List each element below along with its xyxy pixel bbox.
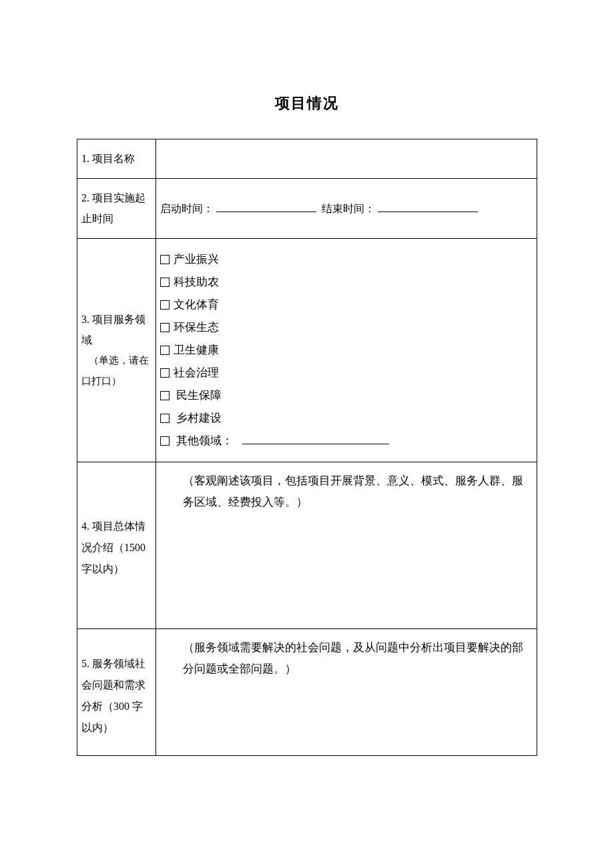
page-title: 项目情况 — [77, 93, 537, 113]
checkbox-icon[interactable] — [160, 414, 170, 423]
checkbox-opt-7[interactable]: 民生保障 — [160, 384, 533, 407]
checkbox-label-9: 其他领域： — [176, 434, 233, 447]
other-blank[interactable] — [242, 433, 389, 444]
checkbox-icon[interactable] — [160, 323, 170, 332]
checkbox-opt-2[interactable]: 科技助农 — [160, 271, 533, 294]
value-overview[interactable]: （客观阐述该项目，包括项目开展背景、意义、模式、服务人群、服务区域、经费投入等。… — [156, 462, 537, 629]
checkbox-icon[interactable] — [160, 300, 170, 310]
row-service-area: 3. 项目服务领域 （单选，请在口打口） 产业振兴 科技助农 文化体育 环保生态… — [77, 239, 537, 462]
value-project-name[interactable] — [156, 139, 537, 179]
label-project-name: 1. 项目名称 — [77, 139, 156, 179]
checkbox-opt-4[interactable]: 环保生态 — [160, 316, 533, 339]
row-overview: 4. 项目总体情况介绍（1500字以内） （客观阐述该项目，包括项目开展背景、意… — [77, 462, 537, 629]
analysis-hint: （服务领域需要解决的社会问题，及从问题中分析出项目要解决的部分问题或全部问题。） — [160, 637, 533, 681]
checkbox-label-3: 文化体育 — [174, 298, 219, 311]
label-overview: 4. 项目总体情况介绍（1500字以内） — [77, 462, 156, 629]
checkbox-label-1: 产业振兴 — [174, 253, 219, 266]
row-duration: 2. 项目实施起止时间 启动时间： 结束时间： — [77, 179, 537, 239]
row-analysis: 5. 服务领域社会问题和需求分析（300 字以内） （服务领域需要解决的社会问题… — [77, 629, 537, 756]
label-analysis: 5. 服务领域社会问题和需求分析（300 字以内） — [77, 629, 156, 756]
checkbox-icon[interactable] — [160, 346, 170, 355]
label-service-area-hint: （单选，请在口打口） — [81, 355, 149, 386]
checkbox-opt-1[interactable]: 产业振兴 — [160, 248, 533, 271]
row-project-name: 1. 项目名称 — [77, 139, 537, 179]
end-time-label: 结束时间： — [322, 203, 375, 214]
checkbox-icon[interactable] — [160, 391, 170, 400]
label-duration: 2. 项目实施起止时间 — [77, 179, 156, 239]
checkbox-opt-9[interactable]: 其他领域： — [160, 430, 533, 452]
value-duration: 启动时间： 结束时间： — [156, 179, 537, 239]
label-service-area: 3. 项目服务领域 （单选，请在口打口） — [77, 239, 156, 462]
checkbox-label-4: 环保生态 — [174, 321, 219, 334]
value-service-area: 产业振兴 科技助农 文化体育 环保生态 卫生健康 社会治理 民生保障 乡村建设 … — [156, 239, 537, 462]
checkbox-label-5: 卫生健康 — [174, 344, 219, 356]
checkbox-label-7: 民生保障 — [176, 389, 222, 402]
checkbox-opt-8[interactable]: 乡村建设 — [160, 407, 533, 430]
checkbox-opt-6[interactable]: 社会治理 — [160, 362, 533, 384]
checkbox-icon[interactable] — [160, 278, 170, 287]
checkbox-label-6: 社会治理 — [174, 366, 219, 379]
checkbox-opt-5[interactable]: 卫生健康 — [160, 339, 533, 362]
checkbox-label-2: 科技助农 — [174, 276, 219, 288]
checkbox-label-8: 乡村建设 — [176, 412, 222, 424]
checkbox-list: 产业振兴 科技助农 文化体育 环保生态 卫生健康 社会治理 民生保障 乡村建设 … — [160, 248, 533, 452]
overview-hint: （客观阐述该项目，包括项目开展背景、意义、模式、服务人群、服务区域、经费投入等。… — [160, 470, 533, 514]
value-analysis[interactable]: （服务领域需要解决的社会问题，及从问题中分析出项目要解决的部分问题或全部问题。） — [156, 629, 537, 756]
start-time-label: 启动时间： — [160, 203, 214, 214]
start-time-blank[interactable] — [216, 201, 316, 212]
checkbox-icon[interactable] — [160, 368, 170, 378]
label-service-area-main: 3. 项目服务领域 — [81, 314, 145, 345]
checkbox-opt-3[interactable]: 文化体育 — [160, 294, 533, 316]
checkbox-icon[interactable] — [160, 255, 170, 264]
end-time-blank[interactable] — [378, 201, 478, 212]
checkbox-icon[interactable] — [160, 436, 170, 446]
form-table: 1. 项目名称 2. 项目实施起止时间 启动时间： 结束时间： 3. 项目服务领… — [77, 139, 537, 756]
